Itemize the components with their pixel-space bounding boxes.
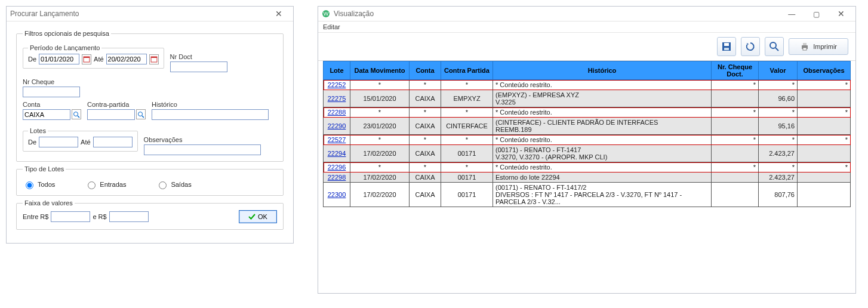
svg-rect-17 — [803, 48, 807, 50]
table-row[interactable]: 2230017/02/2020CAIXA00171(00171) - RENAT… — [324, 183, 851, 207]
table-cell: * — [410, 162, 441, 173]
table-cell: CAIXA — [410, 118, 441, 135]
col-lote[interactable]: Lote — [324, 61, 350, 80]
col-valor[interactable]: Valor — [759, 61, 798, 80]
date-to-input[interactable] — [106, 54, 147, 64]
conta-lookup-button[interactable] — [72, 109, 81, 119]
table-row[interactable]: 2229417/02/2020CAIXA00171(00171) - RENAT… — [324, 145, 851, 162]
svg-text:W: W — [324, 11, 329, 17]
table-cell: 17/02/2020 — [350, 145, 410, 162]
minimize-button[interactable]: — — [781, 8, 802, 21]
table-cell: * Conteúdo restrito. — [493, 135, 712, 145]
zoom-button[interactable] — [765, 37, 784, 56]
refresh-icon — [745, 41, 756, 52]
table-cell: * — [712, 107, 759, 118]
svg-line-7 — [142, 116, 144, 118]
de-label: De — [28, 56, 36, 63]
ok-button[interactable]: OK — [239, 210, 277, 223]
date-from-input[interactable] — [39, 54, 79, 64]
svg-rect-1 — [84, 57, 90, 58]
close-button[interactable]: ✕ — [268, 7, 290, 20]
table-row[interactable]: 22527**** Conteúdo restrito.*** — [324, 135, 851, 145]
radio-saidas[interactable]: Saídas — [156, 180, 191, 189]
table-cell: 00171 — [441, 183, 493, 207]
lote-link[interactable]: 22252 — [328, 81, 346, 88]
lote-link[interactable]: 22527 — [328, 136, 346, 143]
svg-rect-12 — [724, 48, 729, 50]
table-cell: (00171) - RENATO - FT-1417V.3270, V.3270… — [493, 145, 712, 162]
toolbar: Imprimir — [318, 33, 855, 61]
obs-label: Observações — [144, 136, 277, 143]
lote-link[interactable]: 22294 — [328, 150, 346, 157]
svg-point-4 — [74, 112, 78, 116]
window-title: Procurar Lançamento — [10, 10, 79, 18]
lote-link[interactable]: 22296 — [328, 164, 346, 171]
table-cell: 22294 — [324, 145, 350, 162]
table-cell: 22527 — [324, 135, 350, 145]
col-cheque[interactable]: Nr. Cheque Doct. — [712, 61, 759, 80]
col-conta[interactable]: Conta — [410, 61, 441, 80]
maximize-button[interactable]: ▢ — [806, 8, 827, 21]
vis-titlebar: W Visualização — ▢ ✕ — [318, 7, 855, 21]
table-cell: * — [410, 80, 441, 90]
table-cell: * — [759, 80, 798, 90]
magnifier-icon — [769, 41, 780, 52]
col-historico[interactable]: Histórico — [493, 61, 712, 80]
table-cell: * — [350, 107, 410, 118]
table-cell: EMPXYZ — [441, 90, 493, 107]
col-data[interactable]: Data Movimento — [350, 61, 410, 80]
lotes-from-input[interactable] — [39, 137, 78, 147]
vis-close-button[interactable]: ✕ — [830, 7, 852, 20]
historico-input[interactable] — [152, 109, 269, 120]
table-row[interactable]: 2227515/01/2020CAIXAEMPXYZ(EMPXYZ) - EMP… — [324, 90, 851, 107]
visualizacao-window: W Visualização — ▢ ✕ Editar Imprimir — [318, 6, 856, 294]
table-row[interactable]: 2229817/02/2020CAIXA00171Estorno do lote… — [324, 173, 851, 183]
entre-label: Entre R$ — [23, 213, 48, 220]
lote-link[interactable]: 22298 — [328, 174, 346, 181]
svg-point-6 — [138, 112, 143, 116]
table-row[interactable]: 2229023/01/2020CAIXACINTERFACE(CINTERFAC… — [324, 118, 851, 135]
table-cell: 22288 — [324, 107, 350, 118]
faixa-fieldset: Faixa de valores Entre R$ e R$ OK — [16, 199, 284, 230]
contrapartida-lookup-button[interactable] — [136, 109, 146, 119]
col-contra[interactable]: Contra Partida — [441, 61, 493, 80]
tipo-lotes-fieldset: Tipo de Lotes Todos Entradas Saídas — [16, 165, 284, 196]
radio-entradas[interactable]: Entradas — [85, 180, 126, 189]
radio-todos[interactable]: Todos — [23, 180, 55, 189]
calendar-to-button[interactable] — [149, 54, 159, 64]
table-cell: * — [798, 80, 851, 90]
table-cell: 22298 — [324, 173, 350, 183]
table-cell: * — [441, 162, 493, 173]
calendar-from-button[interactable] — [82, 54, 91, 64]
table-cell — [798, 90, 851, 107]
table-cell: * Conteúdo restrito. — [493, 80, 712, 90]
col-obs[interactable]: Observações — [798, 61, 851, 80]
lote-link[interactable]: 22275 — [328, 95, 346, 102]
lote-link[interactable]: 22290 — [328, 122, 346, 130]
lote-link[interactable]: 22288 — [328, 109, 346, 116]
valor-from-input[interactable] — [51, 211, 90, 222]
table-cell — [712, 173, 759, 183]
table-cell: 807,76 — [759, 183, 798, 207]
valor-to-input[interactable] — [109, 211, 149, 222]
contrapartida-input[interactable] — [87, 109, 135, 120]
ate-label: Até — [94, 56, 104, 63]
lotes-to-input[interactable] — [93, 137, 133, 147]
table-cell: * — [798, 107, 851, 118]
nrdoct-input[interactable] — [170, 61, 227, 72]
obs-input[interactable] — [144, 144, 261, 155]
table-cell: 22275 — [324, 90, 350, 107]
nrcheque-input[interactable] — [23, 87, 80, 97]
conta-input[interactable] — [23, 109, 70, 120]
refresh-button[interactable] — [741, 37, 760, 56]
print-button[interactable]: Imprimir — [789, 38, 848, 55]
table-row[interactable]: 22296**** Conteúdo restrito.*** — [324, 162, 851, 173]
table-cell: 2.423,27 — [759, 173, 798, 183]
table-row[interactable]: 22252**** Conteúdo restrito.*** — [324, 80, 851, 90]
save-button[interactable] — [717, 37, 736, 56]
table-cell: * — [350, 135, 410, 145]
menu-editar[interactable]: Editar — [323, 23, 340, 30]
svg-rect-3 — [151, 57, 157, 58]
table-row[interactable]: 22288**** Conteúdo restrito.*** — [324, 107, 851, 118]
lote-link[interactable]: 22300 — [328, 191, 346, 198]
